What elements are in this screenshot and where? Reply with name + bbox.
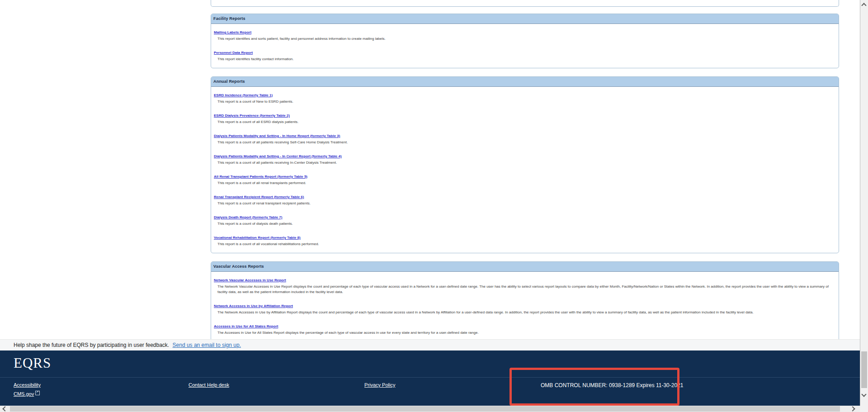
report-item: Dialysis Patients Modality and Setting -… <box>214 151 835 166</box>
report-link[interactable]: Mailing Labels Report <box>214 30 251 35</box>
vertical-scrollbar-thumb[interactable] <box>861 351 867 388</box>
scrollbar-corner <box>860 406 868 412</box>
footer-divider <box>0 377 860 378</box>
report-link[interactable]: Dialysis Patients Modality and Setting -… <box>214 134 340 138</box>
report-description: This report is a count of all vocational… <box>214 242 832 247</box>
footer: EQRS Accessibility CMS.gov Contact Help … <box>0 350 860 406</box>
section-header: Vascular Access Reports <box>211 262 839 272</box>
report-description: The Network Accesses in Use by Affiliati… <box>214 310 832 315</box>
vertical-scrollbar[interactable] <box>860 0 868 406</box>
report-item: Network Vascular Accesses in Use ReportT… <box>214 275 835 295</box>
report-description: This report is a count of New to ESRD pa… <box>214 99 832 104</box>
report-description: This report is a count of all renal tran… <box>214 180 832 186</box>
report-description: This report is a count of all ESRD dialy… <box>214 119 832 125</box>
report-item: All Renal Transplant Patients Report (fo… <box>214 171 835 186</box>
reports-content: Facility ReportsMailing Labels ReportThi… <box>211 0 839 370</box>
report-description: The Accesses in Use for All States Repor… <box>214 330 832 336</box>
page: Facility ReportsMailing Labels ReportThi… <box>0 0 868 412</box>
horizontal-scrollbar[interactable] <box>0 406 860 412</box>
footer-link-privacy-policy[interactable]: Privacy Policy <box>364 382 395 388</box>
report-item: ESRD Dialysis Prevalence (formerly Table… <box>214 110 835 125</box>
footer-link-accessibility[interactable]: Accessibility <box>14 382 41 388</box>
report-item: Personnel Data ReportThis report identif… <box>214 47 835 62</box>
report-description: The Network Vascular Accesses in Use Rep… <box>214 284 832 295</box>
eqrs-logo: EQRS <box>14 355 51 371</box>
scroll-down-arrow-icon[interactable] <box>861 392 866 397</box>
scroll-up-arrow-icon[interactable] <box>861 3 866 8</box>
report-description: This report is a count of all patients r… <box>214 140 832 145</box>
report-item: Dialysis Death Report (formerly Table 7)… <box>214 212 835 227</box>
report-section-panel: Facility ReportsMailing Labels ReportThi… <box>211 14 839 68</box>
report-sections: Facility ReportsMailing Labels ReportThi… <box>211 14 839 362</box>
report-link[interactable]: Personnel Data Report <box>214 51 253 55</box>
report-link[interactable]: ESRD Dialysis Prevalence (formerly Table… <box>214 114 290 118</box>
report-item: ESRD Incidence (formerly Table 1)This re… <box>214 90 835 104</box>
previous-panel-bottom-edge <box>211 0 839 7</box>
section-header: Facility Reports <box>211 14 839 24</box>
section-header: Annual Reports <box>211 77 839 87</box>
report-section-panel: Annual ReportsESRD Incidence (formerly T… <box>211 76 839 253</box>
section-body: Mailing Labels ReportThis report identif… <box>211 24 839 68</box>
report-description: This report is a count of renal transpla… <box>214 201 832 206</box>
report-link[interactable]: Network Vascular Accesses in Use Report <box>214 278 286 283</box>
report-link[interactable]: Dialysis Death Report (formerly Table 7) <box>214 215 282 220</box>
report-link[interactable]: All Renal Transplant Patients Report (fo… <box>214 175 307 179</box>
feedback-signup-link[interactable]: Send us an email to sign up. <box>173 342 241 348</box>
footer-link-cmsgov[interactable]: CMS.gov <box>14 391 34 397</box>
report-link[interactable]: Vocational Rehabilitation Report (former… <box>214 236 301 240</box>
report-description: This report identifies and sorts patient… <box>214 36 832 42</box>
report-item: Dialysis Patients Modality and Setting -… <box>214 131 835 145</box>
section-body: ESRD Incidence (formerly Table 1)This re… <box>211 87 839 253</box>
report-item: Network Accesses in Use by Affiliation R… <box>214 301 835 315</box>
report-description: This report identifies facility contact … <box>214 57 832 62</box>
report-link[interactable]: Accesses in Use for All States Report <box>214 324 278 329</box>
report-description: This report is a count of dialysis death… <box>214 221 832 227</box>
report-item: Mailing Labels ReportThis report identif… <box>214 27 835 42</box>
report-item: Accesses in Use for All States ReportThe… <box>214 321 835 336</box>
scroll-right-arrow-icon[interactable] <box>850 406 855 411</box>
annotation-highlight-box <box>509 368 679 406</box>
horizontal-scrollbar-thumb[interactable] <box>10 406 840 412</box>
footer-link-contact-help-desk[interactable]: Contact Help desk <box>189 382 229 388</box>
report-description: This report is a count of all patients r… <box>214 160 832 166</box>
report-item: Vocational Rehabilitation Report (former… <box>214 232 835 247</box>
feedback-text: Help shape the future of EQRS by partici… <box>14 342 169 348</box>
report-link[interactable]: Network Accesses in Use by Affiliation R… <box>214 304 293 308</box>
report-link[interactable]: ESRD Incidence (formerly Table 1) <box>214 93 273 98</box>
feedback-bar: Help shape the future of EQRS by partici… <box>0 339 860 350</box>
report-item: Renal Transplant Recipient Report (forme… <box>214 192 835 206</box>
report-link[interactable]: Renal Transplant Recipient Report (forme… <box>214 195 304 199</box>
scroll-left-arrow-icon[interactable] <box>2 406 7 411</box>
external-link-icon <box>35 391 40 395</box>
report-link[interactable]: Dialysis Patients Modality and Setting -… <box>214 154 342 159</box>
